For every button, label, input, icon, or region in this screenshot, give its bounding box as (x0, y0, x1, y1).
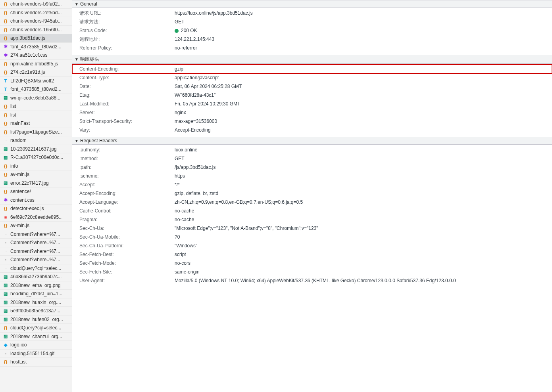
file-headimg[interactable]: ▨headimg_dl?dst_uin=1... (0, 290, 72, 298)
img-file-icon: ▨ (2, 291, 9, 297)
file-npm-valine[interactable]: {}npm.valine.bfbbd8f5.js (0, 60, 72, 69)
file-media-1[interactable]: ■6ef69c720c8eedde895... (0, 213, 72, 222)
file-woff2[interactable]: TLIf2dFQBXMsi.woff2 (0, 77, 72, 86)
file-avmin-1[interactable]: {}av-min.js (0, 170, 72, 179)
file-sentence[interactable]: {}sentence/ (0, 187, 72, 196)
file-detector[interactable]: {}detector-exec.js (0, 205, 72, 213)
file-list-1[interactable]: {}list (0, 102, 72, 111)
disclosure-triangle-icon: ▼ (75, 57, 79, 61)
file-label: R-C.a307427c06e0d0c... (10, 155, 63, 160)
header-row: Status Code:200 OK (72, 26, 552, 35)
file-hufen[interactable]: ▨2018new_hufen02_org... (0, 316, 72, 324)
file-error-jpg[interactable]: ▨error.22c7f417.jpg (0, 179, 72, 188)
file-font-css-1[interactable]: ✱font_4373585_t80wd2... (0, 43, 72, 52)
doc-file-icon: ▫ (2, 137, 9, 143)
file-info[interactable]: {}info (0, 162, 72, 171)
header-name: Strict-Transport-Security: (79, 118, 175, 125)
xhr-file-icon: {} (2, 120, 9, 126)
file-comment-3[interactable]: ▫Comment?where=%7... (0, 247, 72, 256)
img-file-icon: ▨ (2, 273, 9, 280)
img-file-icon: ▨ (2, 308, 9, 314)
file-wx-qr[interactable]: ▨wx-qr-code.6dbb3a88... (0, 94, 72, 103)
file-label: Comment?where=%7... (10, 257, 60, 262)
header-name: 请求方法: (79, 18, 175, 25)
css-file-icon: ✱ (2, 52, 9, 58)
file-5e9[interactable]: ▨5e9ffb05b3f5e9c13a7... (0, 307, 72, 316)
header-value: gzip, deflate, br, zstd (175, 190, 218, 197)
file-chunk-vendors-2[interactable]: {}chunk-vendors-2ef5bd... (0, 9, 72, 17)
header-name: Date: (79, 83, 175, 90)
file-loading-gif[interactable]: ▫loading.5155115d.gif (0, 350, 72, 358)
file-label: font_4373585_t80wd2... (10, 44, 62, 50)
file-content-css[interactable]: ✱content.css (0, 196, 72, 205)
img-file-icon: ▨ (2, 316, 9, 323)
section-general-header[interactable]: ▼ General (72, 0, 552, 8)
js-file-icon: {} (2, 1, 9, 7)
header-row: Last-Modified:Fri, 05 Apr 2024 10:29:30 … (72, 99, 552, 108)
header-row: 请求方法:GET (72, 17, 552, 26)
file-chunk-vendors-4[interactable]: {}chunk-vendors-1656f0... (0, 26, 72, 34)
section-title: Request Headers (80, 138, 117, 143)
file-app-js[interactable]: {}app.3bd51dac.js (0, 34, 72, 43)
file-rc-img[interactable]: ▨R-C.a307427c06e0d0c... (0, 153, 72, 162)
status-dot-icon (175, 29, 179, 33)
header-row: :path:/js/app.3bd51dac.js (72, 163, 552, 172)
header-name: Sec-Fetch-Mode: (79, 260, 175, 267)
file-cloudquery-1[interactable]: ▫cloudQuery?cql=selec... (0, 264, 72, 273)
section-response-body: Content-Encoding:gzipContent-Type:applic… (72, 64, 552, 137)
file-label: Comment?where=%7... (10, 240, 60, 245)
file-label: 2018new_chanzui_org... (10, 334, 62, 339)
file-274-css[interactable]: ✱274.aa51c1cf.css (0, 51, 72, 60)
disclosure-triangle-icon: ▼ (75, 2, 79, 6)
header-row: Accept:*/* (72, 180, 552, 189)
section-request-header[interactable]: ▼ Request Headers (72, 137, 552, 145)
js-file-icon: {} (2, 27, 9, 33)
xhr-file-icon: {} (2, 103, 9, 109)
file-chanzui[interactable]: ▨2018new_chanzui_org... (0, 333, 72, 341)
xhr-file-icon: {} (2, 163, 9, 169)
file-chunk-vendors-1[interactable]: {}chunk-vendors-b9fa02... (0, 0, 72, 9)
header-value: Sat, 06 Apr 2024 06:25:28 GMT (175, 83, 242, 90)
header-value: GET (175, 155, 185, 162)
xhr-file-icon: {} (2, 188, 9, 195)
header-name: Sec-Ch-Ua-Mobile: (79, 233, 175, 241)
img-file-icon: ▨ (2, 299, 9, 306)
file-label: 274.aa51c1cf.css (10, 52, 47, 58)
img-file-icon: ▨ (2, 180, 9, 186)
file-comment-4[interactable]: ▫Comment?where=%7... (0, 256, 72, 264)
network-request-list[interactable]: {}chunk-vendors-b9fa02...{}chunk-vendors… (0, 0, 72, 392)
img-file-icon: ▨ (2, 333, 9, 340)
section-response-header[interactable]: ▼ 响应标头 (72, 55, 552, 64)
file-comment-2[interactable]: ▫Comment?where=%7... (0, 239, 72, 247)
header-value: */* (175, 181, 180, 188)
file-label: LIf2dFQBXMsi.woff2 (10, 78, 54, 84)
file-label: app.3bd51dac.js (10, 35, 45, 41)
header-name: Content-Encoding: (79, 65, 175, 73)
file-jpg-1[interactable]: ▨10-230922141637.jpg (0, 145, 72, 154)
file-chunk-vendors-3[interactable]: {}chunk-vendors-f945ab... (0, 17, 72, 26)
file-hostlist[interactable]: {}hostList (0, 358, 72, 367)
file-label: 5e9ffb05b3f5e9c13a7... (10, 308, 60, 314)
file-list-2[interactable]: {}list (0, 111, 72, 120)
file-cloudquery-2[interactable]: {}cloudQuery?cql=selec... (0, 324, 72, 333)
file-label: hostList (10, 359, 27, 365)
file-mainfast[interactable]: {}mainFast (0, 119, 72, 128)
file-label: chunk-vendors-b9fa02... (10, 1, 62, 7)
file-comment-1[interactable]: ▫Comment?where=%7... (0, 230, 72, 239)
file-avmin-2[interactable]: {}av-min.js (0, 222, 72, 230)
file-274-js[interactable]: {}274.c2c1e91d.js (0, 68, 72, 77)
file-label: list?page=1&pageSize... (10, 129, 62, 135)
header-row: Vary:Accept-Encoding (72, 126, 552, 134)
file-label: sentence/ (10, 189, 31, 194)
font-file-icon: T (2, 86, 9, 92)
file-img-46b[interactable]: ▨46b8665a2736b9a07c... (0, 273, 72, 281)
header-value: /js/app.3bd51dac.js (175, 164, 215, 171)
file-logo-ico[interactable]: ◆logo.ico (0, 341, 72, 350)
header-name: :path: (79, 164, 175, 171)
file-erha[interactable]: ▨2018new_erha_org.png (0, 281, 72, 290)
file-huaxin[interactable]: ▨2018new_huaxin_org.... (0, 298, 72, 307)
file-list-page[interactable]: {}list?page=1&pageSize... (0, 128, 72, 137)
file-font-2[interactable]: Tfont_4373585_t80wd2... (0, 85, 72, 94)
file-random[interactable]: ▫random (0, 136, 72, 145)
header-value: gzip (175, 65, 183, 73)
